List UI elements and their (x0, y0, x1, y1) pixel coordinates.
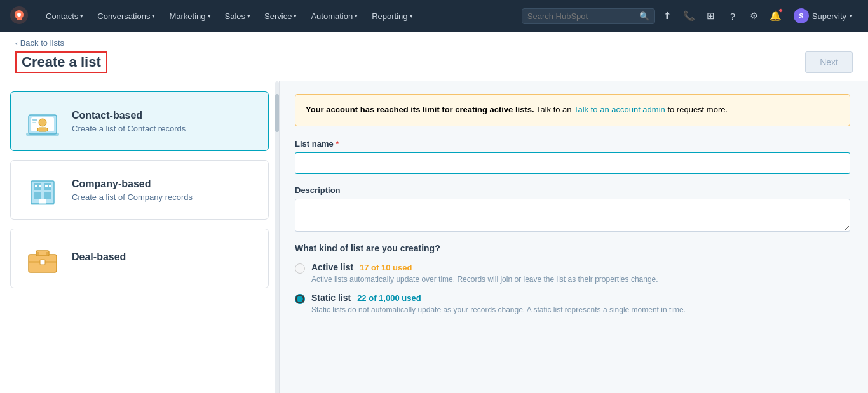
card-company-text: Company-based Create a list of Company r… (72, 178, 193, 202)
svg-rect-19 (31, 203, 54, 205)
search-input[interactable] (527, 11, 635, 21)
search-icon: 🔍 (639, 11, 649, 21)
warning-text-rest: Talk to an (536, 105, 574, 114)
upgrade-icon[interactable]: ⬆ (659, 7, 677, 25)
active-list-badge: 17 of 10 used (360, 263, 412, 272)
static-list-label: Static list 22 of 1,000 used (311, 293, 421, 303)
company-icon (24, 171, 62, 209)
warning-link[interactable]: Talk to an account admin (574, 105, 665, 114)
warning-text-bold: Your account has reached its limit for c… (306, 105, 534, 114)
svg-rect-4 (26, 133, 59, 136)
active-list-desc: Active lists automatically update over t… (311, 274, 658, 285)
help-icon[interactable]: ? (724, 7, 742, 25)
call-icon[interactable]: 📞 (681, 7, 698, 25)
static-list-desc: Static lists do not automatically update… (311, 304, 686, 316)
active-list-label: Active list 17 of 10 used (311, 262, 412, 272)
card-contact-title: Contact-based (72, 110, 186, 121)
svg-rect-16 (39, 185, 41, 187)
subheader: ‹ Back to lists Create a list Next (0, 32, 868, 81)
nav-service[interactable]: Service▾ (258, 8, 303, 25)
svg-rect-7 (32, 119, 37, 121)
svg-rect-8 (32, 122, 36, 123)
user-menu[interactable]: S Supervity ▾ (789, 6, 858, 26)
card-company-title: Company-based (72, 178, 193, 190)
page-title: Create a list (15, 51, 107, 73)
topnav-links: Contacts▾ Conversations▾ Marketing▾ Sale… (39, 8, 522, 25)
contact-icon (24, 102, 62, 140)
avatar: S (794, 8, 809, 23)
list-name-label: List name * (295, 139, 850, 149)
warning-banner: Your account has reached its limit for c… (295, 94, 850, 126)
chevron-left-icon: ‹ (15, 39, 18, 47)
nav-marketing[interactable]: Marketing▾ (163, 8, 217, 25)
svg-rect-15 (35, 185, 37, 187)
card-deal-title: Deal-based (72, 251, 126, 263)
svg-rect-18 (49, 185, 51, 187)
main-content: Contact-based Create a list of Contact r… (0, 81, 868, 393)
nav-conversations[interactable]: Conversations▾ (91, 8, 161, 25)
static-list-radio[interactable] (295, 294, 305, 304)
marketplace-icon[interactable]: ⊞ (702, 7, 720, 25)
svg-rect-13 (44, 192, 51, 199)
chevron-down-icon: ▾ (850, 13, 853, 19)
description-label: Description (295, 185, 850, 195)
active-list-radio[interactable] (295, 263, 305, 274)
svg-rect-12 (34, 192, 41, 199)
hubspot-logo[interactable] (10, 6, 28, 26)
nav-reporting[interactable]: Reporting▾ (365, 8, 419, 25)
card-company-based[interactable]: Company-based Create a list of Company r… (10, 160, 269, 220)
card-company-desc: Create a list of Company records (72, 192, 193, 202)
search-box[interactable]: 🔍 (522, 8, 655, 24)
static-list-badge: 22 of 1,000 used (357, 293, 421, 303)
svg-rect-17 (45, 185, 48, 187)
card-contact-text: Contact-based Create a list of Contact r… (72, 110, 186, 133)
deal-icon (24, 239, 62, 277)
nav-automation[interactable]: Automation▾ (304, 8, 364, 25)
nav-sales[interactable]: Sales▾ (219, 8, 257, 25)
warning-text-more: to request more. (667, 105, 728, 114)
back-link[interactable]: ‹ Back to lists (15, 32, 853, 51)
card-contact-desc: Create a list of Contact records (72, 124, 186, 133)
card-contact-based[interactable]: Contact-based Create a list of Contact r… (10, 91, 269, 151)
notifications-icon[interactable]: 🔔 (767, 7, 785, 25)
card-deal-based[interactable]: Deal-based (10, 229, 269, 288)
svg-rect-6 (37, 128, 48, 131)
svg-rect-25 (46, 252, 48, 255)
right-panel: Your account has reached its limit for c… (280, 81, 868, 393)
svg-point-1 (17, 13, 21, 17)
description-input[interactable] (295, 199, 850, 232)
page-header-row: Create a list Next (15, 51, 853, 81)
settings-icon[interactable]: ⚙ (745, 7, 763, 25)
next-button[interactable]: Next (805, 51, 853, 73)
list-type-question: What kind of list are you creating? (295, 243, 850, 253)
card-deal-text: Deal-based (72, 251, 126, 265)
top-navigation: Contacts▾ Conversations▾ Marketing▾ Sale… (0, 0, 868, 32)
nav-contacts[interactable]: Contacts▾ (39, 8, 90, 25)
svg-point-5 (39, 119, 46, 126)
left-panel: Contact-based Create a list of Contact r… (0, 81, 280, 393)
list-type-section: What kind of list are you creating? Acti… (295, 243, 850, 316)
svg-rect-23 (40, 260, 45, 265)
radio-static-list: Static list 22 of 1,000 used Static list… (295, 293, 850, 316)
list-name-input[interactable] (295, 152, 850, 174)
svg-rect-24 (37, 252, 39, 255)
radio-active-list: Active list 17 of 10 used Active lists a… (295, 262, 850, 285)
topnav-right: 🔍 ⬆ 📞 ⊞ ? ⚙ 🔔 S Supervity ▾ (522, 6, 858, 26)
